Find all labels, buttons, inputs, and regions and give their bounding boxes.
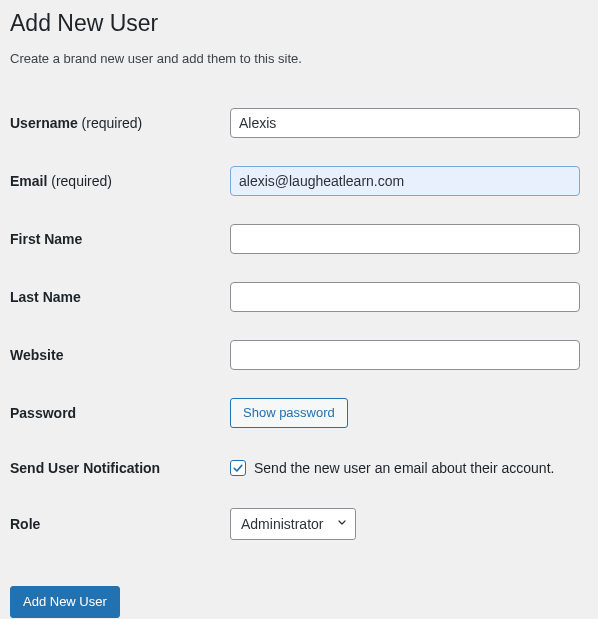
username-required-note: (required)	[82, 115, 143, 131]
email-input[interactable]	[230, 166, 580, 196]
username-input[interactable]	[230, 108, 580, 138]
role-label: Role	[10, 494, 230, 554]
add-new-user-button[interactable]: Add New User	[10, 586, 120, 618]
notification-checkbox-label: Send the new user an email about their a…	[254, 460, 554, 476]
show-password-button[interactable]: Show password	[230, 398, 348, 428]
page-title: Add New User	[10, 10, 588, 37]
email-required-note: (required)	[51, 173, 112, 189]
role-select[interactable]: Administrator	[230, 508, 356, 540]
notification-label: Send User Notification	[10, 442, 230, 494]
page-description: Create a brand new user and add them to …	[10, 51, 588, 66]
first-name-input[interactable]	[230, 224, 580, 254]
website-input[interactable]	[230, 340, 580, 370]
username-label-text: Username	[10, 115, 78, 131]
first-name-label: First Name	[10, 210, 230, 268]
last-name-input[interactable]	[230, 282, 580, 312]
user-form-table: Username (required) Email (required) Fir…	[10, 94, 588, 554]
checkmark-icon	[232, 462, 244, 474]
email-label-text: Email	[10, 173, 47, 189]
website-label: Website	[10, 326, 230, 384]
notification-checkbox[interactable]	[230, 460, 246, 476]
password-label: Password	[10, 384, 230, 442]
username-label: Username (required)	[10, 94, 230, 152]
email-label: Email (required)	[10, 152, 230, 210]
last-name-label: Last Name	[10, 268, 230, 326]
